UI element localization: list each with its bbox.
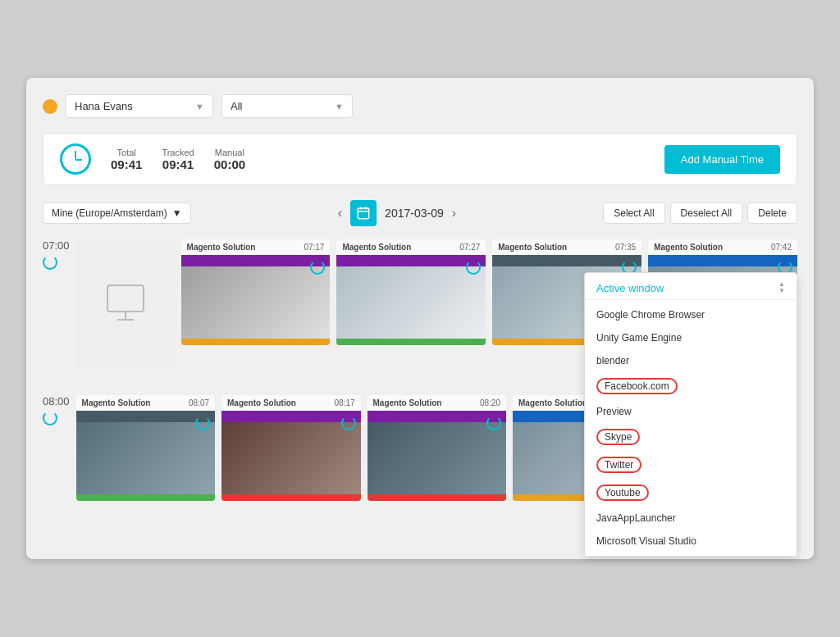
aw-item-blender-label: blender	[596, 355, 629, 366]
aw-item-chrome-label: Google Chrome Browser	[596, 309, 705, 321]
tracked-value: 09:41	[162, 157, 194, 171]
card-header-0735: Magento Solution 07:35	[492, 239, 641, 255]
aw-item-skype-label: Skype	[596, 429, 640, 445]
card-circle-0807	[195, 416, 210, 430]
deselect-all-button[interactable]: Deselect All	[670, 202, 743, 224]
card-project-0807: Magento Solution	[82, 398, 151, 407]
time-label-0700: 07:00	[43, 239, 70, 252]
thumb-0817	[221, 411, 360, 501]
top-bar: Hana Evans ▼ All ▼	[43, 94, 797, 118]
time-spinner-0700	[43, 255, 57, 270]
card-header-0727: Magento Solution 07:27	[336, 239, 486, 255]
stat-total: Total 09:41	[111, 148, 142, 171]
current-date: 2017-03-09	[385, 207, 444, 220]
card-circle-0817	[341, 416, 356, 430]
screenshot-card-0807[interactable]: Magento Solution 08:07	[76, 395, 215, 501]
stat-manual: Manual 00:00	[214, 148, 245, 171]
card-body-0717	[181, 255, 331, 345]
add-manual-button[interactable]: Add Manual Time	[664, 145, 780, 174]
time-slot-0700: 07:00	[43, 239, 70, 387]
aw-header-label: Active window	[596, 282, 664, 294]
card-header-0717: Magento Solution 07:17	[181, 239, 331, 255]
screenshot-card-0817[interactable]: Magento Solution 08:17	[221, 395, 360, 501]
card-project-0742: Magento Solution	[654, 243, 723, 252]
tracked-label: Tracked	[162, 148, 194, 157]
stat-tracked: Tracked 09:41	[162, 148, 194, 171]
card-project-0735: Magento Solution	[498, 243, 567, 252]
aw-item-facebook-label: Facebook.com	[596, 378, 678, 394]
user-dropdown-arrow: ▼	[195, 102, 204, 111]
action-buttons: Select All Deselect All Delete	[603, 202, 797, 224]
card-time-0735: 07:35	[615, 243, 636, 252]
aw-item-preview-label: Preview	[596, 406, 632, 417]
time-label-0800: 08:00	[43, 395, 70, 407]
aw-item-unity[interactable]: Unity Game Engine	[585, 326, 797, 349]
card-header-0742: Magento Solution 07:42	[648, 239, 797, 255]
prev-date-button[interactable]: ‹	[338, 206, 342, 221]
thumb-0717	[181, 255, 331, 345]
aw-arrow-down[interactable]: ▼	[778, 288, 785, 294]
user-dropdown[interactable]: Hana Evans ▼	[66, 94, 213, 118]
next-date-button[interactable]: ›	[452, 206, 456, 221]
card-header-0817: Magento Solution 08:17	[221, 395, 360, 411]
card-time-0820: 08:20	[480, 398, 500, 407]
total-value: 09:41	[111, 157, 142, 171]
aw-item-twitter-label: Twitter	[596, 457, 641, 473]
card-project-0727: Magento Solution	[342, 243, 411, 252]
screenshot-card-0820[interactable]: Magento Solution 08:20	[368, 395, 506, 501]
screenshot-card-0717[interactable]: Magento Solution 07:17	[181, 239, 331, 345]
timezone-dropdown[interactable]: Mine (Europe/Amsterdam) ▼	[43, 202, 191, 224]
stats-row: Total 09:41 Tracked 09:41 Manual 00:00 A…	[43, 133, 797, 185]
aw-item-java[interactable]: JavaAppLauncher	[585, 507, 797, 530]
svg-rect-0	[358, 208, 369, 219]
user-status-dot	[43, 99, 57, 114]
card-time-0717: 07:17	[304, 243, 324, 252]
delete-button[interactable]: Delete	[747, 202, 797, 224]
monitor-svg	[101, 279, 150, 328]
calendar-icon[interactable]	[350, 200, 377, 226]
aw-item-skype[interactable]: Skype	[585, 423, 797, 451]
svg-rect-4	[107, 285, 144, 312]
aw-item-facebook[interactable]: Facebook.com	[585, 372, 797, 400]
aw-sort-arrows[interactable]: ▲ ▼	[778, 281, 785, 294]
aw-item-vs-label: Microsoft Visual Studio	[596, 535, 696, 547]
date-navigation: ‹ 2017-03-09 ›	[338, 200, 456, 226]
manual-label: Manual	[214, 148, 245, 157]
active-window-dropdown: Active window ▲ ▼ Google Chrome Browser …	[584, 272, 797, 557]
filter-dropdown-arrow: ▼	[335, 102, 344, 111]
aw-item-twitter[interactable]: Twitter	[585, 451, 797, 479]
empty-screenshot-card[interactable]	[76, 239, 175, 371]
card-body-0817	[221, 411, 360, 501]
select-all-button[interactable]: Select All	[603, 202, 664, 224]
filter-dropdown[interactable]: All ▼	[221, 94, 353, 118]
aw-item-youtube[interactable]: Youtube	[585, 479, 797, 507]
aw-item-java-label: JavaAppLauncher	[596, 512, 676, 524]
main-content: 07:00 Magento Solut	[43, 239, 797, 543]
thumb-0820	[368, 411, 506, 501]
card-time-0817: 08:17	[334, 398, 354, 407]
card-project-0817: Magento Solution	[227, 398, 296, 407]
aw-item-preview[interactable]: Preview	[585, 400, 797, 423]
card-body-0727	[336, 255, 486, 345]
aw-item-blender[interactable]: blender	[585, 349, 797, 372]
monitor-icon	[101, 279, 150, 331]
screenshot-card-0727[interactable]: Magento Solution 07:27	[336, 239, 486, 345]
user-name: Hana Evans	[75, 100, 133, 112]
calendar-svg	[356, 206, 371, 221]
card-time-0807: 08:07	[189, 398, 209, 407]
card-project-0820: Magento Solution	[373, 398, 442, 407]
app-container: Hana Evans ▼ All ▼ Total 09:41 Tracked 0…	[26, 78, 814, 559]
aw-item-vs[interactable]: Microsoft Visual Studio	[585, 530, 797, 553]
clock-icon	[60, 143, 91, 175]
calendar-row: Mine (Europe/Amsterdam) ▼ ‹ 2017-03-09 ›…	[43, 200, 797, 226]
aw-item-unity-label: Unity Game Engine	[596, 332, 682, 344]
manual-value: 00:00	[214, 157, 245, 171]
card-time-0742: 07:42	[771, 243, 792, 252]
thumb-0807	[76, 411, 215, 501]
timezone-label: Mine (Europe/Amsterdam)	[52, 207, 167, 219]
time-slot-0800: 08:00	[43, 395, 70, 543]
total-label: Total	[111, 148, 142, 157]
card-header-0820: Magento Solution 08:20	[368, 395, 506, 411]
time-spinner-0800	[43, 411, 57, 425]
aw-item-chrome[interactable]: Google Chrome Browser	[585, 303, 797, 326]
